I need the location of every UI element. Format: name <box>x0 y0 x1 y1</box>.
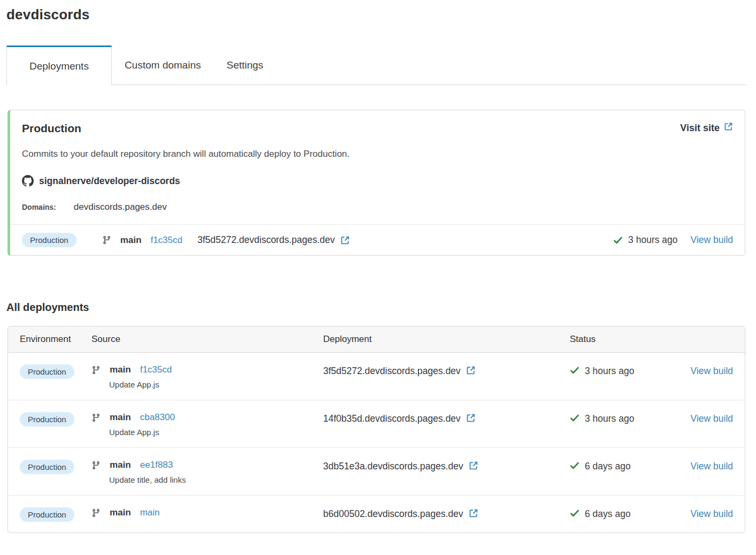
git-branch-icon <box>91 461 101 470</box>
environment-badge: Production <box>20 412 74 427</box>
check-icon <box>613 235 623 245</box>
branch-name: main <box>110 507 131 518</box>
external-link-icon <box>724 122 733 134</box>
external-link-icon[interactable] <box>469 461 478 470</box>
view-build-link[interactable]: View build <box>691 366 733 376</box>
git-branch-icon <box>102 235 111 245</box>
branch-name: main <box>110 460 131 470</box>
page-title: devdiscords <box>6 6 745 23</box>
tab-settings[interactable]: Settings <box>213 45 276 85</box>
check-icon <box>570 461 579 470</box>
commit-message: Update title, add links <box>109 475 323 484</box>
deployment-url: 3f5d5272.devdiscords.pages.dev <box>197 234 335 246</box>
status-time: 3 hours ago <box>585 366 634 377</box>
domains-label: Domains: <box>22 203 56 211</box>
check-icon <box>570 413 579 423</box>
production-deployment-row: Production main f1c35cd 3f5d5272.devdisc… <box>10 224 745 255</box>
branch-name: main <box>110 412 131 423</box>
visit-site-label: Visit site <box>680 123 720 134</box>
tab-custom-domains[interactable]: Custom domains <box>112 45 214 85</box>
table-row: Production main main b6d00502.devdiscord… <box>8 496 745 533</box>
view-build-link[interactable]: View build <box>691 461 733 472</box>
check-icon <box>570 366 579 375</box>
external-link-icon[interactable] <box>469 508 478 518</box>
status-time: 3 hours ago <box>585 413 634 424</box>
production-card-title: Production <box>22 122 81 135</box>
commit-link[interactable]: f1c35cd <box>150 235 182 246</box>
production-description: Commits to your default repository branc… <box>22 149 733 159</box>
tab-label: Deployments <box>29 60 89 72</box>
column-environment: Environment <box>20 334 91 345</box>
table-row: Production main f1c35cd Update App.js 3f… <box>8 353 745 400</box>
domains-value: devdiscords.pages.dev <box>74 202 167 212</box>
external-link-icon[interactable] <box>466 413 476 423</box>
status-time: 6 days ago <box>585 508 631 520</box>
commit-link[interactable]: ee1f883 <box>140 460 173 470</box>
git-branch-icon <box>91 508 101 518</box>
table-row: Production main cba8300 Update App.js 14… <box>8 400 745 448</box>
git-branch-icon <box>91 366 101 375</box>
status-time: 6 days ago <box>585 461 631 472</box>
branch-name: main <box>120 235 142 246</box>
environment-badge: Production <box>20 460 74 474</box>
tab-label: Settings <box>226 59 263 71</box>
all-deployments-title: All deployments <box>6 301 745 314</box>
commit-link[interactable]: f1c35cd <box>140 364 172 375</box>
table-header: Environment Source Deployment Status <box>8 326 745 353</box>
column-source: Source <box>91 334 323 345</box>
external-link-icon[interactable] <box>340 235 350 245</box>
deployment-url: 14f0b35d.devdiscords.pages.dev <box>323 413 461 424</box>
view-build-link[interactable]: View build <box>691 234 733 246</box>
view-build-link[interactable]: View build <box>691 508 733 519</box>
status-time: 3 hours ago <box>628 234 677 246</box>
deployments-table: Environment Source Deployment Status Pro… <box>7 326 745 533</box>
production-card: Production Visit site Commits to your de… <box>7 110 745 256</box>
check-icon <box>570 508 579 518</box>
commit-message: Update App.js <box>109 428 323 437</box>
commit-message: Update App.js <box>109 380 323 389</box>
repo-name: signalnerve/developer-discords <box>39 176 180 187</box>
deployment-url: b6d00502.devdiscords.pages.dev <box>323 508 463 520</box>
git-branch-icon <box>91 413 101 422</box>
view-build-link[interactable]: View build <box>691 413 733 424</box>
external-link-icon[interactable] <box>466 366 476 375</box>
table-row: Production main ee1f883 Update title, ad… <box>8 448 745 496</box>
deployment-url: 3f5d5272.devdiscords.pages.dev <box>323 366 461 377</box>
environment-badge: Production <box>22 233 77 247</box>
environment-badge: Production <box>20 507 74 522</box>
commit-link[interactable]: main <box>140 507 160 518</box>
column-status: Status <box>570 334 675 345</box>
environment-badge: Production <box>20 364 74 379</box>
tab-label: Custom domains <box>125 59 201 71</box>
page-root: devdiscords Deployments Custom domains S… <box>0 0 756 533</box>
tab-bar: Deployments Custom domains Settings <box>6 45 746 85</box>
branch-name: main <box>110 364 131 375</box>
column-deployment: Deployment <box>323 334 570 345</box>
github-icon <box>22 175 34 187</box>
deployment-url: 3db51e3a.devdiscords.pages.dev <box>323 461 463 472</box>
visit-site-link[interactable]: Visit site <box>680 122 733 134</box>
tab-deployments[interactable]: Deployments <box>6 45 112 85</box>
commit-link[interactable]: cba8300 <box>140 412 175 423</box>
